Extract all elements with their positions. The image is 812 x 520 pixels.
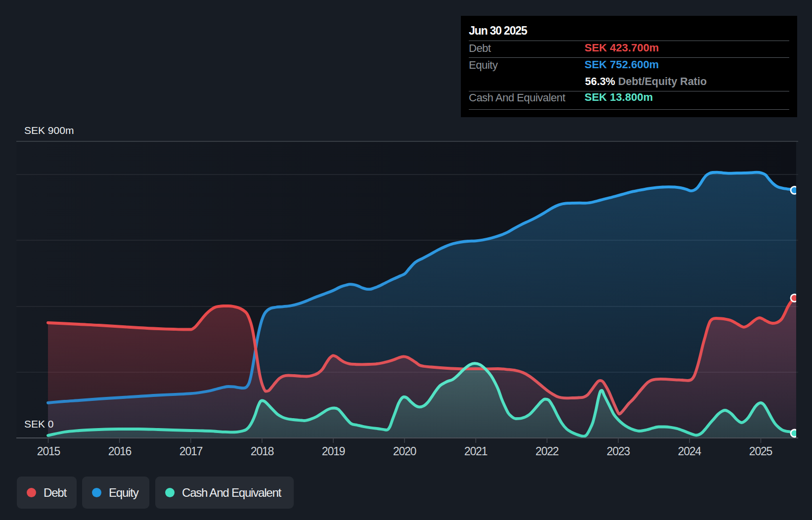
svg-text:2018: 2018 <box>251 445 274 458</box>
svg-text:2020: 2020 <box>393 445 416 458</box>
svg-text:2021: 2021 <box>464 445 488 458</box>
svg-text:2015: 2015 <box>37 445 60 458</box>
svg-text:2019: 2019 <box>322 445 345 458</box>
svg-text:2024: 2024 <box>678 445 702 458</box>
svg-text:2017: 2017 <box>180 445 203 458</box>
svg-text:2016: 2016 <box>108 445 132 458</box>
svg-text:2022: 2022 <box>536 445 559 458</box>
svg-text:2025: 2025 <box>749 445 772 458</box>
svg-text:2023: 2023 <box>607 445 630 458</box>
svg-text:SEK 900m: SEK 900m <box>24 125 74 136</box>
svg-text:SEK 0: SEK 0 <box>24 418 54 430</box>
